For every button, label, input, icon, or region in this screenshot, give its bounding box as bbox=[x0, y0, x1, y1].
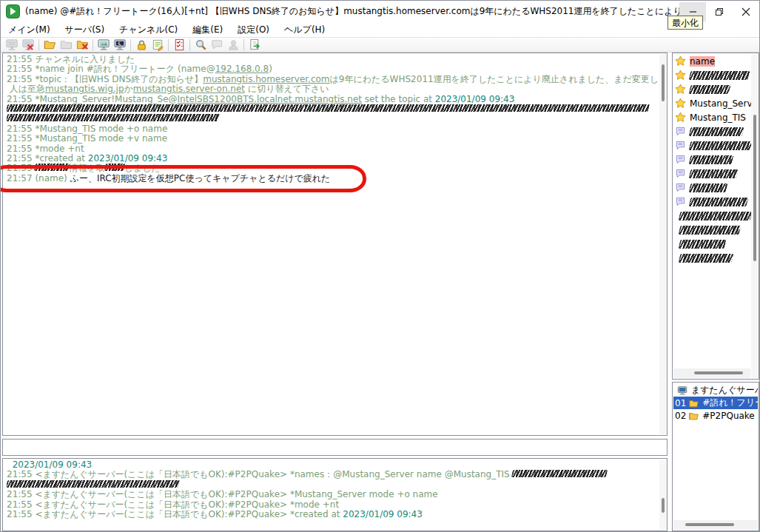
menu-item-edit[interactable]: 編集(E) bbox=[185, 22, 230, 38]
chat-text: set the topic at bbox=[362, 95, 435, 104]
redacted-member-name bbox=[689, 198, 749, 206]
chat-text: 21:55 <ますたんぐサーバー(ここは「日本語でもOK):#P2PQuake>… bbox=[7, 490, 438, 499]
member-row[interactable] bbox=[673, 138, 751, 152]
away-icon[interactable] bbox=[112, 38, 128, 52]
member-list-panel[interactable]: nameMustang_ServerMustang_TIS bbox=[672, 53, 759, 380]
member-row[interactable] bbox=[673, 223, 751, 237]
member-row[interactable]: name bbox=[673, 54, 751, 68]
member-row[interactable] bbox=[673, 209, 751, 223]
channel-name: #P2PQuake bbox=[702, 411, 754, 421]
maximize-button[interactable] bbox=[706, 2, 733, 21]
voice-bubble-icon bbox=[675, 140, 687, 151]
member-row[interactable] bbox=[673, 152, 751, 166]
chat-text: 21:55 *Mustang_Server!Mustang_Se@ bbox=[7, 95, 178, 104]
redacted-scribble bbox=[7, 480, 180, 488]
join-channel-icon[interactable] bbox=[41, 38, 58, 52]
member-row[interactable]: Mustang_Server bbox=[673, 96, 751, 110]
memo-icon[interactable] bbox=[149, 38, 166, 52]
voice-bubble-icon bbox=[675, 196, 687, 207]
channel-tree-panel[interactable]: ますたんぐサーバ01#語れ！フリー02#P2PQuake bbox=[672, 382, 759, 531]
member-row[interactable] bbox=[673, 195, 751, 209]
channel-log-scrollbar[interactable] bbox=[659, 54, 667, 434]
chat-line: 21:55 <ますたんぐサーバー(ここは「日本語でもOK):#P2PQuake>… bbox=[7, 510, 667, 519]
member-name: Mustang_Server bbox=[690, 98, 751, 109]
part-channel-icon[interactable] bbox=[58, 38, 74, 52]
channel-log-panel[interactable]: 21:55 チャンネルに入りました21:55 *name join #語れ！フリ… bbox=[2, 53, 667, 436]
ignore-icon[interactable] bbox=[225, 38, 241, 52]
chat-line: 21:55 *Mustang_Server!Mustang_Se@IntelSB… bbox=[7, 95, 667, 104]
talk-icon[interactable] bbox=[209, 38, 225, 52]
member-name: name bbox=[690, 56, 715, 67]
member-row[interactable]: Mustang_TIS bbox=[673, 110, 751, 124]
lock-icon[interactable] bbox=[133, 38, 149, 52]
connect-icon[interactable] bbox=[4, 38, 20, 52]
channel-tree-hscrollbar[interactable] bbox=[673, 520, 758, 530]
folder-icon bbox=[688, 398, 700, 408]
member-row[interactable] bbox=[673, 124, 751, 138]
redacted-member-name bbox=[679, 254, 734, 263]
menu-item-channel[interactable]: チャンネル(C) bbox=[112, 22, 185, 38]
member-row[interactable] bbox=[673, 237, 751, 251]
scrollbar-thumb[interactable] bbox=[662, 498, 665, 513]
member-list-scrollbar[interactable] bbox=[751, 54, 759, 378]
auto-op-list-icon[interactable] bbox=[171, 38, 187, 52]
member-row[interactable] bbox=[673, 181, 751, 195]
redacted-member-name bbox=[689, 141, 751, 150]
voice-bubble-icon bbox=[675, 154, 687, 165]
redacted-scribble bbox=[511, 470, 608, 477]
chat-text: 21:55 *name join #語れ！フリートーク (name@ bbox=[7, 64, 215, 74]
scrollbar-thumb[interactable] bbox=[694, 371, 743, 374]
folder-icon bbox=[688, 411, 700, 421]
limechat-window: (name) @#語れ！フリートーク(16人)[+nt] 【旧WHS DNS終了… bbox=[0, 0, 760, 532]
member-row[interactable] bbox=[673, 68, 751, 82]
menu-item-settings[interactable]: 設定(O) bbox=[230, 22, 277, 38]
redacted-member-name bbox=[689, 169, 739, 178]
disconnect-icon[interactable] bbox=[20, 38, 36, 52]
voice-bubble-icon bbox=[675, 168, 687, 179]
close-button[interactable] bbox=[733, 2, 759, 21]
tree-channel-row[interactable]: 02#P2PQuake bbox=[673, 409, 758, 422]
tree-server-row[interactable]: ますたんぐサーバ bbox=[673, 384, 758, 397]
redacted-member-name bbox=[689, 183, 728, 192]
member-row[interactable] bbox=[673, 166, 751, 181]
app-icon bbox=[6, 4, 20, 18]
member-row[interactable] bbox=[673, 251, 751, 265]
chat-link[interactable]: mustangtis.server-on.net bbox=[133, 84, 245, 94]
chat-link[interactable]: mustangtis.homeserver.com bbox=[203, 75, 329, 84]
tree-channel-row[interactable]: 01#語れ！フリー bbox=[673, 397, 758, 409]
menu-item-main[interactable]: メイン(M) bbox=[1, 22, 58, 38]
menu-item-server[interactable]: サーバ(S) bbox=[58, 22, 112, 38]
member-list-hscrollbar[interactable] bbox=[673, 368, 750, 378]
menu-item-help[interactable]: ヘルプ(H) bbox=[277, 22, 332, 38]
chat-link[interactable]: 192.168.0.8 bbox=[215, 64, 269, 74]
message-input[interactable] bbox=[2, 439, 667, 456]
chat-line: 21:55 チャンネルに入りました bbox=[7, 55, 667, 64]
chat-text: 2023/01/09 09:43 bbox=[7, 460, 92, 470]
channel-name: #語れ！フリー bbox=[702, 397, 758, 409]
member-row[interactable] bbox=[673, 82, 751, 96]
toolbar-separator bbox=[243, 39, 244, 51]
chat-text: 人は至急 bbox=[7, 84, 45, 94]
scrollbar-thumb[interactable] bbox=[753, 115, 756, 261]
voice-bubble-icon bbox=[675, 182, 687, 193]
open-log-icon[interactable] bbox=[246, 38, 263, 52]
operator-star-icon bbox=[675, 70, 687, 81]
scrollbar-thumb[interactable] bbox=[662, 64, 665, 101]
chat-text: 21:55 *Mustang_TIS mode +v name bbox=[7, 134, 167, 144]
search-icon[interactable] bbox=[192, 38, 209, 52]
chat-link[interactable]: mustangtis.wig.jp bbox=[45, 84, 124, 94]
chat-text: 2023/01/09 09:43 bbox=[88, 154, 168, 164]
chat-text: 21:55 *topic：【旧WHS DNS終了のお知らせ】 bbox=[7, 75, 203, 84]
console-log-panel[interactable]: 2023/01/09 09:4321:55 <ますたんぐサーバー(ここは「日本語… bbox=[2, 458, 667, 531]
chat-line: 21:55 <ますたんぐサーバー(ここは「日本語でもOK):#P2PQuake>… bbox=[7, 470, 667, 479]
server-properties-icon[interactable] bbox=[95, 38, 112, 52]
close-channel-icon[interactable] bbox=[74, 38, 90, 52]
chat-link[interactable]: IntelSBS1200BTS.localnet.mustangtis.net bbox=[178, 95, 362, 104]
red-circle-annotation bbox=[0, 165, 366, 192]
console-log-scrollbar[interactable] bbox=[659, 459, 667, 530]
chat-line: 2023/01/09 09:43 bbox=[7, 460, 667, 470]
chat-text: に切り替えて下さい bbox=[245, 84, 329, 94]
chat-line: 21:55 <ますたんぐサーバー(ここは「日本語でもOK):#P2PQuake>… bbox=[7, 490, 667, 499]
toolbar-separator bbox=[189, 39, 190, 51]
scrollbar-thumb[interactable] bbox=[685, 523, 734, 526]
